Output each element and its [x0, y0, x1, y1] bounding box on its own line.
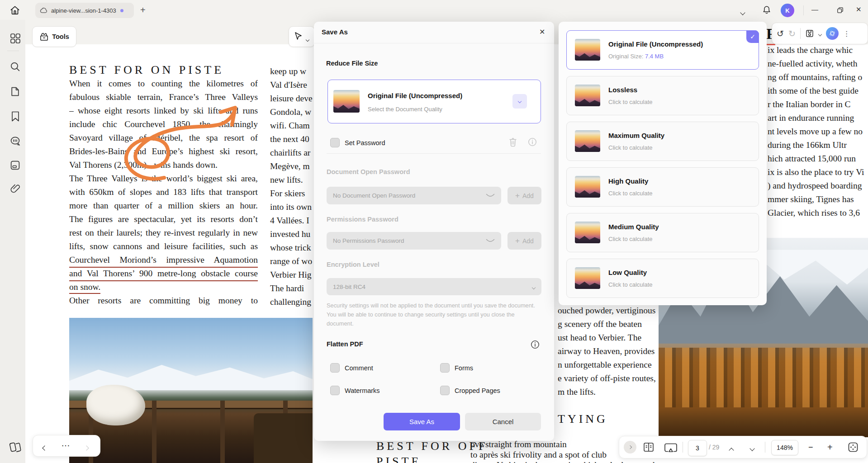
quality-option-maximum[interactable]: Maximum Quality Click to calculate: [566, 122, 759, 161]
page-navigation-toolbar: / 29 148% − +: [619, 436, 867, 458]
flatten-comment-label: Comment: [345, 364, 373, 372]
flatten-watermarks-label: Watermarks: [345, 387, 380, 394]
heading-off-piste-line2: PISTE: [376, 455, 421, 463]
body-line: more than quarter of a million skiers an…: [69, 201, 258, 212]
previous-view-button[interactable]: [43, 444, 47, 452]
quality-option-high[interactable]: High Quality Click to calculate: [566, 167, 759, 207]
document-open-password-field[interactable]: No Document Open Password: [327, 187, 501, 204]
tab-title: alpine-view...sion-1-4303: [51, 7, 116, 14]
thumbnail-panel-icon[interactable]: [9, 160, 21, 171]
divider: [803, 5, 804, 15]
quality-option-lossless[interactable]: Lossless Click to calculate: [566, 76, 759, 115]
unsaved-dot: [120, 9, 123, 12]
save-as-confirm-button[interactable]: Save As: [384, 413, 460, 430]
divider: [327, 153, 541, 154]
page-icon[interactable]: [9, 86, 21, 97]
add-permissions-password-button[interactable]: + Add: [508, 232, 541, 250]
avatar[interactable]: K: [781, 4, 794, 17]
presentation-mode-icon[interactable]: [664, 442, 678, 453]
search-icon[interactable]: [9, 61, 21, 72]
comment-icon[interactable]: [9, 136, 21, 147]
toolbar-overflow-button[interactable]: ⋮: [843, 29, 850, 38]
save-as-dialog: Save As ✕ Reduce File Size Original File…: [314, 22, 554, 441]
document-tab[interactable]: alpine-view...sion-1-4303: [35, 3, 134, 18]
next-page-button[interactable]: [750, 444, 754, 452]
body-line: The figures are spectacular, yet its res…: [69, 214, 258, 225]
chevron-down-icon: [532, 283, 535, 290]
bookmark-icon[interactable]: [10, 111, 20, 122]
quality-option-low[interactable]: Low Quality Click to calculate: [566, 259, 759, 298]
heading-partying-fragment: TYING: [558, 412, 608, 426]
quality-dropdown-button[interactable]: [512, 94, 527, 109]
encryption-level-label: Encryption Level: [327, 261, 379, 268]
body-line: Glacier, which rises to 3,6: [768, 208, 868, 218]
redo-button[interactable]: ↻: [788, 29, 796, 38]
body-line: n unforgettable experience: [558, 360, 660, 370]
body-line: For skiers: [270, 189, 313, 198]
zoom-in-button[interactable]: +: [827, 443, 833, 452]
permissions-password-field[interactable]: No Permissions Password: [327, 232, 501, 250]
previous-page-button[interactable]: [730, 446, 733, 454]
body-line: ix is also the place to try Vi: [768, 167, 868, 177]
body-line-underlined: Courchevel Moriond’s impressive Aquamoti…: [69, 255, 258, 268]
body-line: r the Italian border in C: [768, 99, 868, 109]
body-line: with 650km of slopes and 183 lifts that …: [69, 187, 258, 198]
maximize-button[interactable]: [836, 6, 844, 14]
flatten-info-icon[interactable]: [530, 340, 540, 350]
cancel-button[interactable]: Cancel: [465, 413, 541, 430]
select-tool-button[interactable]: [289, 26, 315, 47]
undo-button[interactable]: ↺: [777, 29, 784, 38]
page-number-input[interactable]: [688, 440, 707, 456]
titlebar-chevron-down-icon[interactable]: [741, 8, 745, 16]
swatch-pages-icon[interactable]: [8, 441, 22, 454]
body-line: Gondola, w: [270, 107, 313, 117]
set-password-checkbox[interactable]: [330, 138, 340, 147]
quality-thumbnail: [333, 90, 360, 113]
heading-off-piste-line1: BEST FOR OFF: [376, 439, 488, 453]
fit-screen-icon[interactable]: [847, 441, 859, 453]
grid-menu-icon[interactable]: [9, 33, 21, 44]
zoom-level-input[interactable]: 148%: [771, 440, 798, 455]
notification-bell-icon[interactable]: [762, 5, 772, 16]
body-line: nt levels move up a few no: [768, 127, 868, 137]
more-pages-button[interactable]: …: [61, 438, 70, 449]
home-button[interactable]: [9, 5, 22, 17]
two-page-view-icon[interactable]: [643, 442, 655, 453]
save-options-chevron-icon[interactable]: [819, 29, 821, 38]
flatten-comment-checkbox[interactable]: [330, 363, 340, 373]
tools-button[interactable]: Tools: [32, 26, 76, 47]
flatten-forms-checkbox[interactable]: [440, 363, 450, 373]
quality-option-medium[interactable]: Medium Quality Click to calculate: [566, 213, 759, 252]
expand-panel-button[interactable]: [624, 441, 636, 454]
flatten-cropped-pages-label: Cropped Pages: [455, 387, 500, 394]
ai-assistant-button[interactable]: [826, 27, 839, 40]
divider: [683, 442, 683, 453]
close-window-button[interactable]: ✕: [856, 5, 862, 14]
document-quality-selector[interactable]: Original File (Uncompressed) Select the …: [327, 80, 541, 123]
flatten-cropped-pages-checkbox[interactable]: [440, 386, 450, 395]
body-line: ith some of the best guide: [768, 86, 868, 96]
add-open-password-button[interactable]: + Add: [508, 187, 541, 204]
divider: [800, 28, 801, 39]
permissions-password-value: No Permissions Password: [333, 237, 404, 244]
quality-thumbnail: [575, 85, 600, 106]
attachment-paperclip-icon[interactable]: [10, 184, 20, 195]
save-icon[interactable]: [805, 29, 814, 38]
flatten-forms-label: Forms: [455, 364, 473, 372]
dialog-close-button[interactable]: ✕: [539, 28, 545, 36]
add-label: Add: [522, 192, 534, 199]
body-line: chairlifts ar: [270, 148, 313, 158]
flatten-watermarks-checkbox[interactable]: [330, 386, 340, 395]
document-open-password-label: Document Open Password: [327, 168, 410, 175]
reduce-file-size-label: Reduce File Size: [326, 60, 378, 67]
minimize-button[interactable]: —: [811, 5, 818, 13]
quality-option-title: Original File (Uncompressed): [608, 40, 703, 48]
new-tab-button[interactable]: +: [140, 5, 146, 15]
original-size-prefix: Original Size:: [608, 53, 645, 60]
page-total: / 29: [709, 444, 719, 451]
encryption-level-value: 128-bit RC4: [333, 283, 365, 290]
encryption-level-select[interactable]: 128-bit RC4: [327, 278, 541, 295]
next-view-button[interactable]: [85, 444, 88, 452]
quality-option-original[interactable]: Original File (Uncompressed) Original Si…: [566, 30, 759, 70]
zoom-out-button[interactable]: −: [808, 443, 813, 451]
